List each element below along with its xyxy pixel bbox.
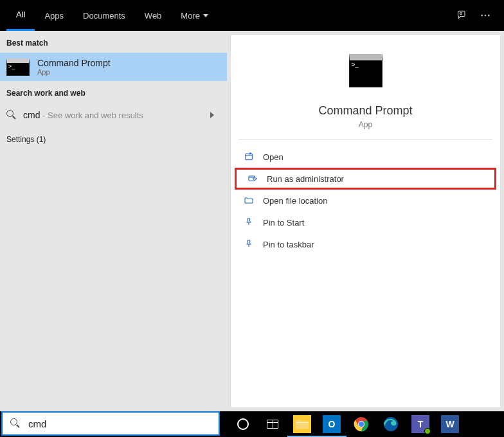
edge-button[interactable] [376,411,406,437]
pin-icon [244,217,254,227]
open-icon [244,152,254,162]
word-button[interactable]: W [435,411,465,437]
search-hint: - See work and web results [40,111,143,120]
search-query-text: cmd [23,110,40,120]
action-label: Run as administrator [267,174,344,184]
chevron-down-icon [203,14,208,17]
svg-point-1 [481,15,483,17]
preview-title: Command Prompt [318,104,412,118]
divider [239,139,492,139]
svg-point-3 [488,15,490,17]
settings-section[interactable]: Settings (1) [0,127,227,149]
chevron-right-icon [210,112,214,118]
best-match-label: Best match [0,31,227,53]
filter-header: All Apps Documents Web More [0,0,504,31]
tab-all[interactable]: All [6,0,35,31]
teams-button[interactable]: T [406,411,435,437]
tab-more[interactable]: More [171,0,218,31]
folder-icon [244,195,254,206]
outlook-icon: O [323,415,341,433]
word-icon: W [441,415,459,433]
chrome-icon [354,416,369,432]
result-title: Command Prompt [37,58,111,68]
best-match-result[interactable]: Command Prompt App [0,53,227,81]
command-prompt-icon [6,58,30,76]
action-label: Pin to Start [263,218,304,227]
file-explorer-button[interactable] [287,411,317,437]
taskview-icon [267,420,278,429]
cortana-button[interactable] [228,411,258,437]
search-input[interactable] [28,418,211,429]
teams-icon: T [411,415,429,433]
task-view-button[interactable] [258,411,287,437]
tab-web[interactable]: Web [135,0,172,31]
search-icon [10,418,21,429]
filter-tabs: All Apps Documents Web More [6,0,455,31]
outlook-button[interactable]: O [317,411,346,437]
action-pin-to-start[interactable]: Pin to Start [231,211,500,233]
action-open[interactable]: Open [231,146,500,168]
svg-point-0 [460,13,462,15]
action-run-as-administrator[interactable]: Run as administrator [235,168,496,190]
action-label: Open [263,152,284,162]
edge-icon [383,416,399,432]
preview-subtitle: App [359,120,372,129]
svg-point-2 [485,15,487,17]
tab-more-label: More [181,11,200,21]
search-web-item[interactable]: cmd - See work and web results [0,103,227,127]
action-open-file-location[interactable]: Open file location [231,190,500,211]
action-label: Pin to taskbar [263,240,314,249]
pin-icon [244,239,254,249]
file-explorer-icon [293,415,311,433]
action-label: Open file location [263,196,327,206]
action-pin-to-taskbar[interactable]: Pin to taskbar [231,233,500,255]
preview-panel: Command Prompt App Open Run as administr… [230,34,501,408]
tab-documents[interactable]: Documents [73,0,135,31]
taskbar: O T W [0,411,504,437]
command-prompt-icon [349,54,382,87]
admin-icon [248,174,258,184]
cortana-icon [237,418,249,430]
svg-point-8 [359,422,364,427]
taskbar-search-box[interactable] [1,411,220,436]
search-web-label: Search work and web [0,81,227,103]
tab-apps[interactable]: Apps [35,0,73,31]
results-panel: Best match Command Prompt App Search wor… [0,31,227,411]
result-subtitle: App [37,68,111,76]
more-icon[interactable] [480,10,491,21]
search-icon [6,110,17,120]
feedback-icon[interactable] [455,10,467,21]
chrome-button[interactable] [346,411,376,437]
